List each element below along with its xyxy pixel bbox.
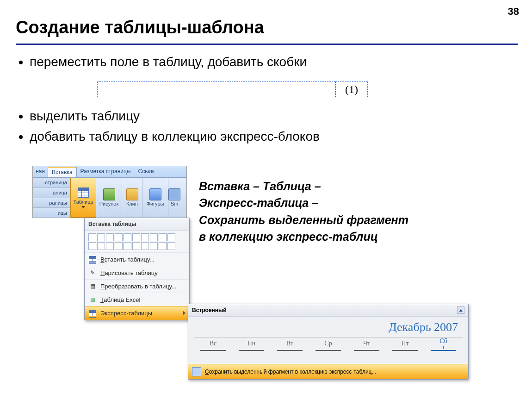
- table-dropdown: Вставка таблицы Вставить таблицу... ✎ На…: [84, 218, 190, 320]
- menu-convert-table-label: Преобразовать в таблицу...: [100, 283, 177, 290]
- menu-excel-table-label: Таблица Excel: [100, 296, 140, 303]
- title-underline: [16, 44, 518, 45]
- ribbon-item-cover-cut[interactable]: страница: [33, 178, 70, 188]
- ribbon-item-blank-cut[interactable]: аница: [33, 188, 70, 198]
- day-tue: Вт: [277, 339, 303, 351]
- shapes-icon: [149, 188, 161, 200]
- calendar-days-row: Вс Пн Вт Ср Чт Пт Сб 1: [194, 339, 463, 351]
- ribbon-btn-table[interactable]: Таблица: [70, 178, 96, 218]
- clip-art-icon: [126, 188, 138, 200]
- ribbon-tab-home-cut[interactable]: ная: [33, 166, 48, 177]
- menu-excel-table[interactable]: ▦ Таблица Excel: [85, 293, 189, 306]
- gallery-save-selection-label: Сохранить выделенный фрагмент в коллекци…: [205, 369, 376, 375]
- excel-icon: ▦: [88, 295, 97, 304]
- table-dropdown-header: Вставка таблицы: [85, 218, 189, 231]
- menu-draw-table[interactable]: ✎ Нарисовать таблицу: [85, 266, 189, 279]
- ribbon-btn-shapes[interactable]: Фигуры: [142, 178, 168, 218]
- bullet-2: выделить таблицу: [30, 106, 520, 126]
- day-sun: Вс: [200, 339, 226, 351]
- smartart-icon: [168, 188, 180, 200]
- scroll-up-button[interactable]: [457, 306, 464, 314]
- field-cell-value: (1): [335, 81, 368, 97]
- pencil-icon: ✎: [88, 269, 97, 277]
- save-block-icon: [192, 367, 201, 376]
- chevron-down-icon: [81, 206, 85, 208]
- gallery-section-header: Встроенный: [192, 307, 227, 313]
- ribbon-screenshot: ная Вставка Разметка страницы Ссылк стра…: [32, 166, 187, 218]
- day-sat: Сб 1: [431, 339, 456, 351]
- ribbon-btn-smartart-cut[interactable]: Sm: [168, 178, 180, 218]
- ribbon-tab-insert[interactable]: Вставка: [48, 167, 77, 177]
- ribbon-tab-page-layout[interactable]: Разметка страницы: [77, 166, 135, 177]
- day-sat-number: 1: [442, 345, 445, 350]
- table-size-grid[interactable]: [85, 231, 179, 252]
- ribbon-tab-references-cut[interactable]: Ссылк: [134, 166, 158, 177]
- calendar-preview-title[interactable]: Декабрь 2007: [194, 320, 463, 334]
- day-fri: Пт: [392, 339, 418, 351]
- menu-insert-table[interactable]: Вставить таблицу...: [85, 252, 189, 266]
- express-tables-gallery: Встроенный Декабрь 2007 Вс Пн Вт Ср Чт П…: [188, 304, 469, 380]
- menu-express-tables-label: Экспресс-таблицы: [100, 310, 152, 317]
- menu-insert-table-label: Вставить таблицу...: [100, 256, 155, 263]
- ribbon-btn-shapes-label: Фигуры: [147, 201, 164, 206]
- ribbon-item-break-cut[interactable]: раницы: [33, 198, 70, 208]
- ribbon-pages-group-cut: страница аница раницы ицы: [33, 178, 70, 218]
- ribbon-btn-smartart-label: Sm: [171, 201, 179, 206]
- chevron-up-icon: [459, 309, 463, 312]
- field-cell-empty: [97, 81, 335, 97]
- ribbon-btn-picture[interactable]: Рисунок: [96, 178, 122, 218]
- gallery-save-selection[interactable]: Сохранить выделенный фрагмент в коллекци…: [188, 364, 468, 379]
- table-grid-icon: [78, 188, 89, 198]
- menu-express-tables[interactable]: Экспресс-таблицы: [85, 306, 189, 320]
- ribbon-btn-clip[interactable]: Клип: [122, 178, 142, 218]
- field-example-table: (1): [97, 81, 368, 97]
- ribbon-tabstrip: ная Вставка Разметка страницы Ссылк: [33, 166, 186, 178]
- day-mon: Пн: [239, 339, 264, 351]
- menu-convert-table[interactable]: ▤ Преобразовать в таблицу...: [85, 279, 189, 293]
- express-table-icon: [88, 309, 97, 317]
- menu-path-instruction: Вставка – Таблица – Экспресс-таблица – С…: [199, 178, 523, 245]
- ribbon-btn-picture-label: Рисунок: [99, 201, 119, 206]
- ribbon-item-pages-cut[interactable]: ицы: [33, 207, 70, 218]
- day-sat-label: Сб: [439, 338, 447, 345]
- chevron-right-icon: [183, 311, 186, 315]
- convert-icon: ▤: [88, 282, 97, 290]
- bullet-1: переместить поле в таблицу, добавить ско…: [30, 52, 520, 72]
- slide-title: Создание таблицы-шаблона: [16, 18, 264, 38]
- ribbon-btn-clip-label: Клип: [126, 201, 138, 206]
- menu-draw-table-label: Нарисовать таблицу: [100, 269, 158, 276]
- page-number: 38: [508, 6, 519, 18]
- bullet-3: добавить таблицу в коллекцию экспресс-бл…: [30, 126, 520, 146]
- field-value-text: (1): [345, 83, 358, 95]
- day-thu: Чт: [354, 339, 379, 351]
- picture-icon: [103, 188, 115, 200]
- day-wed: Ср: [315, 339, 341, 351]
- calendar-divider: [194, 337, 463, 338]
- ribbon-btn-table-label: Таблица: [73, 199, 93, 205]
- table-small-icon: [88, 255, 97, 263]
